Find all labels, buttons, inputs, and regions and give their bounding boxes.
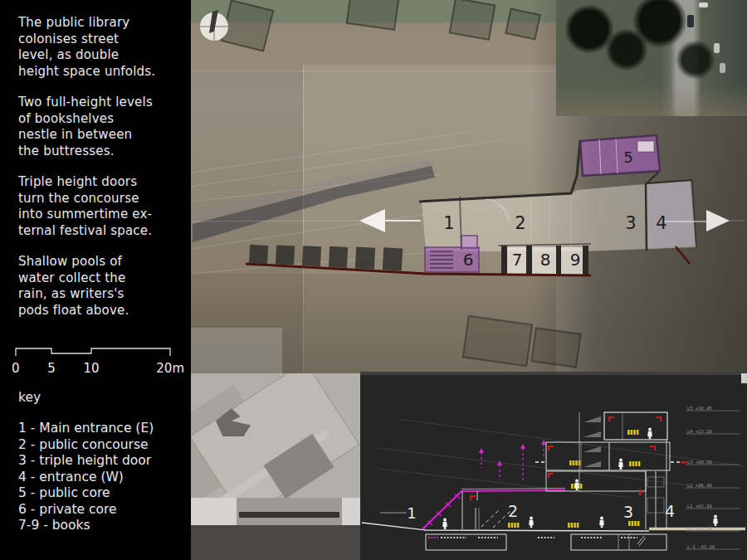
section-number-3: 3 <box>623 503 633 521</box>
section-number-1: 1 <box>407 504 416 522</box>
level-label: L1 +03.20 <box>687 504 712 509</box>
plan-number-4: 4 <box>656 213 666 233</box>
level-label: L0 +00.00 <box>687 526 712 531</box>
paragraph-pools: Shallow pools of water collect the rain,… <box>18 254 186 319</box>
presentation-board: The public library colonises street leve… <box>0 0 747 560</box>
level-label: L-1 -03.20 <box>687 544 715 549</box>
plan-number-2: 2 <box>515 213 525 233</box>
key-legend: 1 - Main entrance (E) 2 - public concour… <box>18 421 154 534</box>
key-item-3: 3 - triple height door <box>18 453 154 470</box>
dark-foreground <box>191 525 360 560</box>
arrow-left-icon <box>359 209 385 232</box>
rain-arrows <box>479 440 546 480</box>
entrance-west-area <box>646 181 696 249</box>
key-item-4: 4 - entrance (W) <box>18 470 154 486</box>
building-section: L5 +16.45 L4 +13.20 L3 +09.80 L2 +06.40 … <box>360 372 747 560</box>
wall-pillar-left <box>191 498 237 525</box>
scale-label-5: 5 <box>47 361 56 376</box>
text-sidebar: The public library colonises street leve… <box>0 0 191 560</box>
paragraph-library: The public library colonises street leve… <box>18 15 186 80</box>
basement-boxes <box>426 534 666 550</box>
public-core-area <box>580 135 660 176</box>
plan-wall <box>646 184 647 251</box>
key-item-2: 2 - public concourse <box>18 437 154 454</box>
book-symbols <box>508 430 640 528</box>
plan-number-9: 9 <box>570 250 581 270</box>
floor-plan-overlay: 1 2 3 4 5 6 7 8 9 <box>191 0 747 373</box>
paragraph-bookshelves: Two full-height levels of bookshelves ne… <box>18 95 186 159</box>
scale-bar-line <box>16 348 170 356</box>
level-label: L3 +09.80 <box>687 460 712 465</box>
plan-number-6: 6 <box>463 250 474 270</box>
level-label: L2 +06.40 <box>687 483 712 488</box>
red-accents <box>548 416 686 495</box>
tower-structure <box>535 412 686 529</box>
ruin-marks <box>222 0 540 51</box>
level-label: L5 +16.45 <box>687 406 712 411</box>
key-item-5: 5 - public core <box>18 485 154 502</box>
washed-aerial-photo <box>191 373 360 560</box>
plan-number-5: 5 <box>623 149 632 166</box>
paragraph-doors: Triple height doors turn the concourse i… <box>18 174 186 239</box>
plan-outline <box>419 141 580 202</box>
section-drawing-panel: L5 +16.45 L4 +13.20 L3 +09.80 L2 +06.40 … <box>360 372 747 560</box>
key-item-6: 6 - private core <box>18 502 154 519</box>
scale-label-0: 0 <box>12 361 20 376</box>
scale-label-10: 10 <box>83 361 99 376</box>
scale-label-20m: 20m <box>156 361 184 376</box>
key-item-1: 1 - Main entrance (E) <box>18 421 154 437</box>
wall-pillar-right <box>342 498 360 525</box>
figure-silhouettes <box>442 428 718 529</box>
key-title: key <box>18 390 41 405</box>
north-arrow-icon <box>200 10 228 41</box>
section-number-4: 4 <box>665 502 675 520</box>
plan-number-7: 7 <box>512 250 523 270</box>
scale-bar: 0 5 10 20m <box>10 338 186 376</box>
plan-number-3: 3 <box>625 213 636 233</box>
wall-dark-band <box>239 512 339 518</box>
level-label: L4 +13.20 <box>687 429 712 434</box>
section-number-2: 2 <box>508 502 518 520</box>
arrow-right-icon <box>706 210 730 231</box>
plan-number-1: 1 <box>443 213 454 233</box>
key-item-7: 7-9 - books <box>18 518 154 534</box>
plan-number-8: 8 <box>540 250 551 270</box>
